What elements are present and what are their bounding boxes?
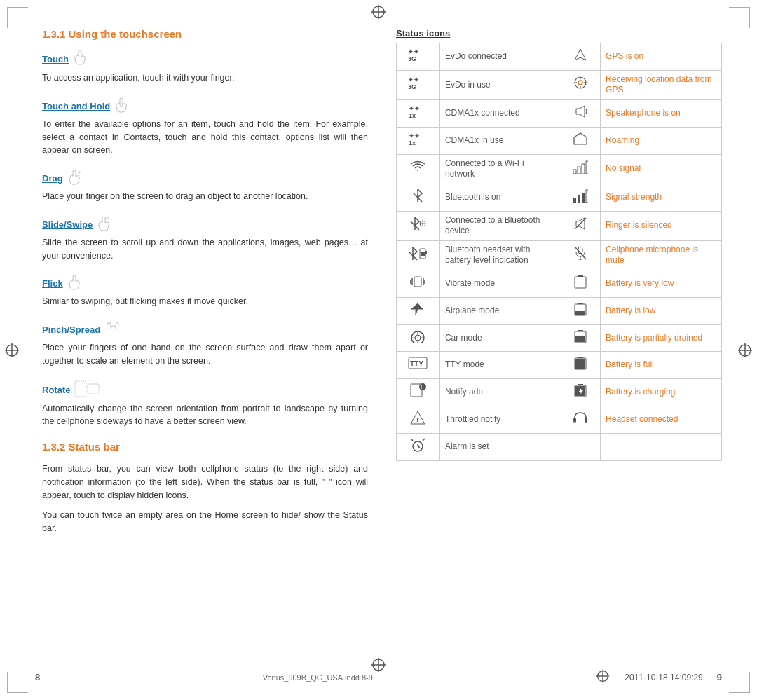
subsection-flick: Flick Similar to swiping, but flicking m… (42, 275, 368, 308)
status-label-right: Receiving location data from GPS (601, 70, 722, 99)
status-icon-left: ✦✦3G (397, 70, 440, 99)
status-label-right: Ringer is silenced (601, 211, 722, 240)
status-icon-right (561, 379, 600, 406)
subsection-text-drag: Place your finger on the screen to drag … (42, 190, 368, 203)
svg-text:3G: 3G (408, 55, 416, 62)
section-title-131: 1.3.1 Using the touchscreen (42, 28, 368, 40)
status-label-right: Battery is very low (601, 270, 722, 297)
subsection-text-touch-hold: To enter the available options for an it… (42, 118, 368, 157)
status-label-right: Signal strength (601, 184, 722, 211)
subsection-title-flick: Flick (42, 275, 368, 292)
page-number-right: 9 (717, 672, 722, 682)
svg-text:1x: 1x (409, 112, 416, 119)
svg-rect-49 (575, 311, 585, 315)
status-icon-right (561, 154, 600, 184)
right-column: Status icons ✦✦3GEvDo connectedGPS is on… (396, 28, 722, 535)
table-row: ✦✦3GEvDo connectedGPS is on (397, 43, 722, 71)
status-icon-left: ✦✦1x (397, 127, 440, 154)
table-row: Connected to a Wi-Fi networkNo signal (397, 154, 722, 184)
status-icon-left (397, 433, 440, 460)
svg-rect-37 (421, 252, 425, 256)
status-icon-left (397, 297, 440, 324)
status-icon-left (397, 324, 440, 352)
slide-swipe-label: Slide/Swipe (42, 219, 93, 230)
rotate-label: Rotate (42, 385, 70, 395)
svg-text:✦✦: ✦✦ (408, 48, 419, 55)
corner-mark-tr (729, 7, 750, 28)
subsection-title-touch: Touch (42, 50, 368, 69)
status-icon-right (561, 70, 600, 99)
status-icon-left (397, 211, 440, 240)
svg-rect-26 (573, 170, 576, 174)
status-icon-right (561, 270, 600, 297)
svg-text:TTY: TTY (410, 360, 423, 368)
status-icon-right (561, 240, 600, 270)
status-icon-left: ✦✦1x (397, 99, 440, 127)
subsection-text-rotate: Automatically change the screen orientat… (42, 402, 368, 429)
table-row: Vibrate modeBattery is very low (397, 270, 722, 297)
subsection-pinch-spread: Pinch/Spread Place your fingers of one h… (42, 321, 368, 368)
svg-text:✦✦: ✦✦ (409, 105, 420, 112)
status-icon-left: TTY (397, 352, 440, 379)
status-label-right: Roaming (601, 127, 722, 154)
table-row: Bluetooth is onSignal strength (397, 184, 722, 211)
svg-rect-38 (425, 251, 427, 254)
svg-marker-17 (575, 49, 586, 60)
touch-hold-label: Touch and Hold (42, 101, 110, 111)
drag-label: Drag (42, 173, 63, 184)
subsection-text-touch: To access an application, touch it with … (42, 71, 368, 85)
page-footer: 8 Venus_909B_QG_USA.indd 8-9 2011-10-18 … (0, 668, 757, 686)
touch-label: Touch (42, 54, 69, 64)
subsection-title-drag: Drag (42, 170, 368, 187)
status-icon-left (397, 270, 440, 297)
status-icon-right (561, 406, 600, 433)
status-icon-right (561, 99, 600, 127)
table-row: Alarm is set (397, 433, 722, 460)
status-icons-title: Status icons (396, 28, 722, 39)
status-label-left: Connected to a Bluetooth device (439, 211, 561, 240)
status-icon-left (397, 240, 440, 270)
status-label-right: Battery is low (601, 297, 722, 324)
status-icon-right (561, 352, 600, 379)
svg-rect-27 (578, 167, 580, 174)
table-row: ✦✦1xCDMA1x connectedSpeakerphone is on (397, 99, 722, 127)
svg-text:✦✦: ✦✦ (409, 132, 420, 139)
status-icon-right (561, 127, 600, 154)
table-row: Bluetooth headset with battery level ind… (397, 240, 722, 270)
subsection-touch: Touch To access an application, touch it… (42, 50, 368, 85)
subsection-title-slide-swipe: Slide/Swipe (42, 216, 368, 233)
status-label-right: Headset connected (601, 406, 722, 433)
status-icon-left (397, 184, 440, 211)
svg-text:1x: 1x (409, 139, 416, 146)
status-icon-left: ! (397, 379, 440, 406)
svg-rect-33 (586, 190, 588, 203)
table-row: Car modeBattery is partially drained (397, 324, 722, 352)
svg-point-51 (415, 335, 421, 341)
svg-rect-68 (585, 418, 587, 423)
svg-rect-59 (575, 359, 585, 369)
left-column: 1.3.1 Using the touchscreen Touch To acc… (42, 28, 368, 535)
status-label-left: EvDo in use (439, 70, 561, 99)
drag-icon (67, 170, 83, 187)
svg-text:✦✦: ✦✦ (408, 76, 419, 83)
svg-rect-31 (578, 195, 580, 203)
status-label-right (601, 433, 722, 460)
status-icon-left: ! (397, 406, 440, 433)
svg-text:!: ! (421, 385, 422, 390)
table-row: !Throttled notifyHeadset connected (397, 406, 722, 433)
status-icon-left: ✦✦3G (397, 43, 440, 71)
crosshair-top (370, 4, 387, 20)
status-icon-right (561, 184, 600, 211)
table-row: ✦✦3GEvDo in useReceiving location data f… (397, 70, 722, 99)
subsection-title-rotate: Rotate (42, 380, 368, 399)
table-row: ✦✦1xCDMA1x in useRoaming (397, 127, 722, 154)
crosshair-left (4, 342, 20, 359)
status-label-right: Battery is charging (601, 379, 722, 406)
main-content: 1.3.1 Using the touchscreen Touch To acc… (0, 0, 757, 577)
svg-rect-43 (414, 277, 421, 287)
pinch-spread-icon (104, 321, 125, 338)
page-container: 1.3.1 Using the touchscreen Touch To acc… (0, 0, 757, 700)
table-row: Connected to a Bluetooth deviceRinger is… (397, 211, 722, 240)
svg-rect-45 (578, 275, 583, 277)
status-label-right: Battery is partially drained (601, 324, 722, 352)
